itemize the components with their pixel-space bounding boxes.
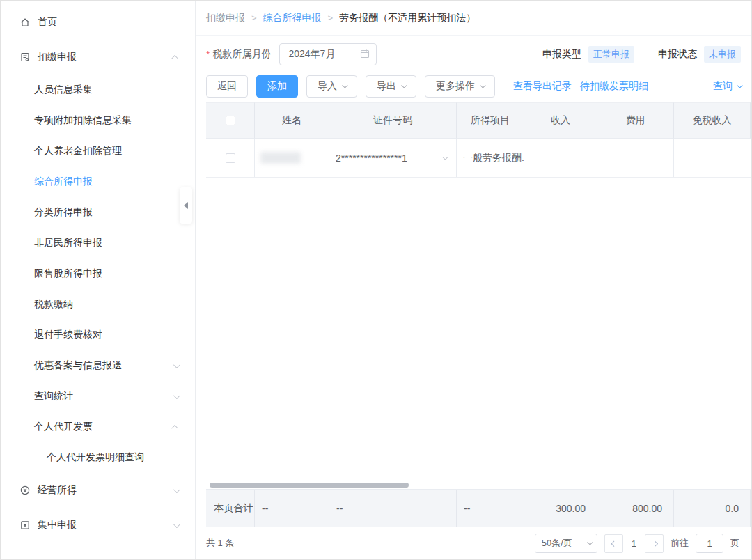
- sidebar-item-refund-fee-check[interactable]: 退付手续费核对: [1, 320, 195, 350]
- table-header-row: 姓名 证件号码 所得项目 收入 费用 免税收入: [206, 102, 751, 139]
- summary-income-cell: 300.00: [524, 490, 597, 527]
- required-mark: *: [206, 49, 210, 60]
- summary-row: 本页合计 -- -- -- 300.00 800.00 0.0: [206, 489, 751, 527]
- toolbar: 返回 添加 导入 导出 更多操作 查看导出记录 待扣缴发票明细 查询: [196, 70, 751, 102]
- chevron-down-icon: [737, 82, 742, 88]
- breadcrumb-item-comprehensive-income[interactable]: 综合所得申报: [263, 12, 322, 24]
- more-actions-label: 更多操作: [436, 80, 475, 93]
- tax-month-picker[interactable]: 2024年7月: [279, 43, 377, 65]
- goto-label: 前往: [671, 537, 689, 550]
- sidebar-item-label: 个人代开发票明细查询: [47, 451, 144, 464]
- query-toggle[interactable]: 查询: [713, 80, 741, 93]
- sidebar-item-nonresident-income[interactable]: 非居民所得申报: [1, 228, 195, 258]
- more-actions-button[interactable]: 更多操作: [425, 75, 495, 98]
- import-button[interactable]: 导入: [306, 75, 357, 98]
- chevron-right-icon: [652, 540, 657, 546]
- view-export-records-link[interactable]: 查看导出记录: [513, 80, 572, 93]
- filter-row: * 税款所属月份 2024年7月 申报类型 正常申报 申报状态 未申报: [196, 38, 751, 70]
- row-select-cell: [206, 139, 255, 177]
- pending-withholding-invoices-link[interactable]: 待扣缴发票明细: [580, 80, 648, 93]
- prev-page-button[interactable]: [604, 534, 623, 553]
- sidebar-item-label: 经营所得: [38, 484, 77, 497]
- declaration-type-label: 申报类型: [542, 48, 581, 61]
- sidebar-item-label: 集中申报: [38, 519, 77, 531]
- query-label: 查询: [713, 80, 733, 93]
- breadcrumb-item-withholding: 扣缴申报: [206, 12, 245, 24]
- status-group: 申报类型 正常申报 申报状态 未申报: [542, 46, 741, 63]
- add-button[interactable]: 添加: [256, 75, 298, 98]
- column-header-income-item: 所得项目: [457, 102, 524, 139]
- sidebar-item-label: 查询统计: [34, 390, 73, 403]
- goto-page-input[interactable]: 1: [696, 534, 723, 553]
- row-income-item-cell[interactable]: 一般劳务报酬...: [457, 139, 524, 177]
- sidebar-item-business-income[interactable]: 经营所得: [1, 473, 195, 508]
- export-button[interactable]: 导出: [366, 75, 416, 98]
- sidebar-item-label: 退付手续费核对: [34, 329, 102, 341]
- row-fee-cell[interactable]: [597, 139, 674, 177]
- cert-chevron-down-icon[interactable]: [442, 154, 448, 160]
- calendar-icon: [360, 49, 370, 61]
- sidebar-item-label: 专项附加扣除信息采集: [34, 114, 132, 127]
- declaration-status-badge: 未申报: [704, 46, 741, 63]
- summary-name-cell: --: [255, 490, 329, 527]
- breadcrumb: 扣缴申报 > 综合所得申报 > 劳务报酬（不适用累计预扣法）: [196, 1, 751, 36]
- data-table: 姓名 证件号码 所得项目 收入 费用 免税收入 2***************…: [206, 102, 751, 527]
- app-window: 首页 扣缴申报 人员信息采集 专项附加扣除信息采集 个人养老金扣除管理 综合所得…: [0, 0, 752, 560]
- page-size-select[interactable]: 50条/页: [535, 534, 597, 553]
- chevron-down-icon: [587, 539, 593, 545]
- row-income-cell[interactable]: [524, 139, 597, 177]
- sidebar-item-label: 税款缴纳: [34, 298, 73, 311]
- table-row[interactable]: 2****************1 一般劳务报酬...: [206, 139, 751, 178]
- sidebar-item-personal-invoice[interactable]: 个人代开发票: [1, 412, 195, 442]
- collapse-arrow-icon: [184, 202, 188, 209]
- column-header-name: 姓名: [255, 102, 329, 139]
- export-button-label: 导出: [377, 80, 396, 93]
- sidebar-item-classified-income[interactable]: 分类所得申报: [1, 197, 195, 228]
- chevron-up-icon: [171, 54, 178, 61]
- tax-month-label: 税款所属月份: [212, 48, 271, 61]
- column-header-fee: 费用: [597, 102, 674, 139]
- sidebar-item-comprehensive-income[interactable]: 综合所得申报: [1, 166, 195, 197]
- summary-tax-free-cell: 0.0: [674, 490, 751, 527]
- pagination-controls: 50条/页 1 前往 1 页: [535, 534, 739, 553]
- sidebar-item-special-deduction-info[interactable]: 专项附加扣除信息采集: [1, 105, 195, 136]
- sidebar-item-label: 限售股所得申报: [34, 267, 102, 280]
- select-all-checkbox[interactable]: [226, 116, 235, 125]
- horizontal-scrollbar: [206, 482, 751, 488]
- total-count: 共 1 条: [206, 537, 234, 550]
- page-total-label: 本页合计: [207, 502, 253, 515]
- pagination-bar: 共 1 条 50条/页 1 前往 1 页: [196, 527, 751, 559]
- import-button-label: 导入: [318, 80, 337, 93]
- summary-label-cell: 本页合计: [206, 490, 255, 527]
- sidebar-item-query-statistics[interactable]: 查询统计: [1, 381, 195, 412]
- next-page-button[interactable]: [645, 534, 664, 553]
- sidebar-item-personnel-info[interactable]: 人员信息采集: [1, 75, 195, 105]
- income-item-value: 一般劳务报酬...: [457, 152, 524, 164]
- sidebar-item-home[interactable]: 首页: [1, 5, 195, 40]
- declaration-status-label: 申报状态: [658, 48, 697, 61]
- business-income-icon: [19, 485, 31, 496]
- sidebar-item-label: 个人养老金扣除管理: [34, 145, 122, 157]
- column-header-cert-number: 证件号码: [329, 102, 457, 139]
- sidebar-item-pension-deduction[interactable]: 个人养老金扣除管理: [1, 136, 195, 166]
- back-button[interactable]: 返回: [206, 75, 248, 98]
- horizontal-scrollbar-thumb[interactable]: [210, 483, 409, 488]
- sidebar-item-label: 个人代开发票: [34, 421, 93, 433]
- row-name-cell: [255, 139, 329, 177]
- row-cert-cell: 2****************1: [329, 139, 457, 177]
- chevron-down-icon: [401, 82, 407, 88]
- sidebar-item-centralized-declaration[interactable]: 集中申报: [1, 508, 195, 543]
- sidebar-item-label: 非居民所得申报: [34, 237, 102, 249]
- sidebar-item-restricted-stock-income[interactable]: 限售股所得申报: [1, 258, 195, 289]
- sidebar-item-tax-payment[interactable]: 税款缴纳: [1, 289, 195, 320]
- summary-cert-cell: --: [329, 490, 457, 527]
- breadcrumb-item-current: 劳务报酬（不适用累计预扣法）: [339, 12, 476, 24]
- chevron-down-icon: [173, 486, 180, 493]
- row-tax-free-cell[interactable]: [674, 139, 751, 177]
- row-checkbox[interactable]: [226, 153, 235, 163]
- sidebar-item-personal-invoice-detail-query[interactable]: 个人代开发票明细查询: [1, 442, 195, 473]
- sidebar-item-preferential-filing[interactable]: 优惠备案与信息报送: [1, 350, 195, 381]
- sidebar-item-withholding-declaration[interactable]: 扣缴申报: [1, 40, 195, 75]
- sidebar-collapse-handle[interactable]: [180, 187, 192, 224]
- chevron-down-icon: [342, 82, 347, 88]
